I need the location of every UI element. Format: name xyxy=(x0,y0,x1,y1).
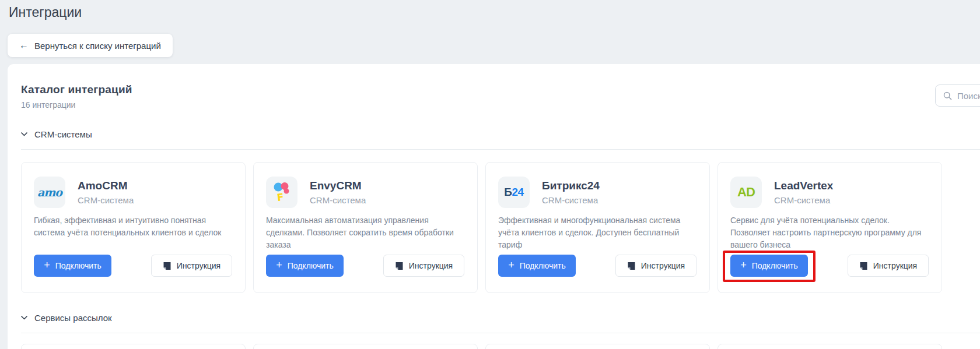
search-icon xyxy=(943,91,952,100)
search-input[interactable] xyxy=(957,91,980,101)
back-to-integrations-button[interactable]: ← Вернуться к списку интеграций xyxy=(8,34,173,57)
mailing-cards-row xyxy=(21,344,980,349)
back-arrow-icon: ← xyxy=(19,40,29,51)
integration-card-bitrix24: Б24 Битрикс24 CRM-система Эффективная и … xyxy=(485,162,710,293)
bitrix-logo-24: 24 xyxy=(512,186,524,198)
integration-card-partial xyxy=(718,344,942,349)
chevron-down-icon xyxy=(21,316,27,320)
integration-card-partial xyxy=(21,344,246,349)
instruction-button[interactable]: Инструкция xyxy=(383,255,464,277)
amo-logo-text: amo xyxy=(37,186,62,199)
connect-label: Подключить xyxy=(752,261,798,270)
catalog-count: 16 интеграции xyxy=(21,100,980,110)
section-header-mailing[interactable]: Сервисы рассылок xyxy=(21,313,112,323)
integration-name: AmoCRM xyxy=(78,179,134,192)
instruction-label: Инструкция xyxy=(177,261,220,270)
integration-name: EnvyCRM xyxy=(310,179,366,192)
integration-card-leadvertex: AD LeadVertex CRM-система Сервис для учё… xyxy=(718,162,942,293)
search-box[interactable] xyxy=(935,84,980,107)
plus-icon: + xyxy=(276,260,282,270)
instruction-button[interactable]: Инструкция xyxy=(151,255,232,277)
connect-button[interactable]: + Подключить xyxy=(266,255,344,277)
connect-label: Подключить xyxy=(288,261,334,270)
instruction-button[interactable]: Инструкция xyxy=(848,255,929,277)
integration-card-envycrm: F EnvyCRM CRM-система Максимальная автом… xyxy=(253,162,478,293)
envycrm-logo: F xyxy=(266,177,298,208)
back-button-label: Вернуться к списку интеграций xyxy=(34,41,161,51)
document-icon xyxy=(163,262,172,270)
integration-category: CRM-система xyxy=(78,195,134,205)
catalog-title: Каталог интеграций xyxy=(21,83,980,96)
catalog-panel: Каталог интеграций 16 интеграции CRM-сис… xyxy=(8,64,980,349)
document-icon xyxy=(395,262,404,270)
plus-icon: + xyxy=(740,260,747,270)
chevron-down-icon xyxy=(21,132,27,136)
section-label: CRM-системы xyxy=(34,129,92,139)
document-icon xyxy=(859,262,868,270)
bitrix24-logo: Б24 xyxy=(498,177,530,208)
integration-card-partial xyxy=(485,344,710,349)
connect-label: Подключить xyxy=(55,261,102,270)
integration-card-amocrm: amo AmoCRM CRM-система Гибкая, эффективн… xyxy=(21,162,246,293)
page-title: Интеграции xyxy=(9,5,82,20)
section-label: Сервисы рассылок xyxy=(34,313,112,323)
integration-category: CRM-система xyxy=(310,195,366,205)
document-icon xyxy=(627,262,636,270)
amocrm-logo: amo xyxy=(34,177,65,208)
section-divider xyxy=(21,333,980,333)
connect-button[interactable]: + Подключить xyxy=(34,255,111,277)
integration-name: LeadVertex xyxy=(774,179,833,192)
ice-cream-icon: F xyxy=(273,182,290,203)
plus-icon: + xyxy=(44,260,50,270)
leadvertex-logo-text: AD xyxy=(737,185,755,200)
svg-text:F: F xyxy=(276,191,284,203)
connect-label: Подключить xyxy=(520,261,566,270)
plus-icon: + xyxy=(508,260,514,270)
integration-description: Максимальная автоматизация управления сд… xyxy=(266,214,464,251)
integration-description: Эффективная и многофункциональная систем… xyxy=(498,214,696,251)
instruction-button[interactable]: Инструкция xyxy=(615,255,696,277)
integration-name: Битрикс24 xyxy=(542,179,600,192)
integration-category: CRM-система xyxy=(542,195,600,205)
instruction-label: Инструкция xyxy=(641,261,685,270)
instruction-label: Инструкция xyxy=(409,261,453,270)
bitrix-logo-b: Б xyxy=(504,186,512,198)
integration-description: Сервис для учёта потенциальных сделок. П… xyxy=(730,214,929,251)
connect-button-highlighted[interactable]: + Подключить xyxy=(730,255,808,277)
integration-category: CRM-система xyxy=(774,195,833,205)
instruction-label: Инструкция xyxy=(873,261,917,270)
section-header-crm[interactable]: CRM-системы xyxy=(21,129,92,139)
section-divider xyxy=(21,149,980,150)
crm-cards-row: amo AmoCRM CRM-система Гибкая, эффективн… xyxy=(21,162,980,293)
connect-button[interactable]: + Подключить xyxy=(498,255,576,277)
leadvertex-logo: AD xyxy=(730,177,762,208)
integration-description: Гибкая, эффективная и интуитивно понятна… xyxy=(34,214,232,239)
integration-card-partial xyxy=(253,344,478,349)
